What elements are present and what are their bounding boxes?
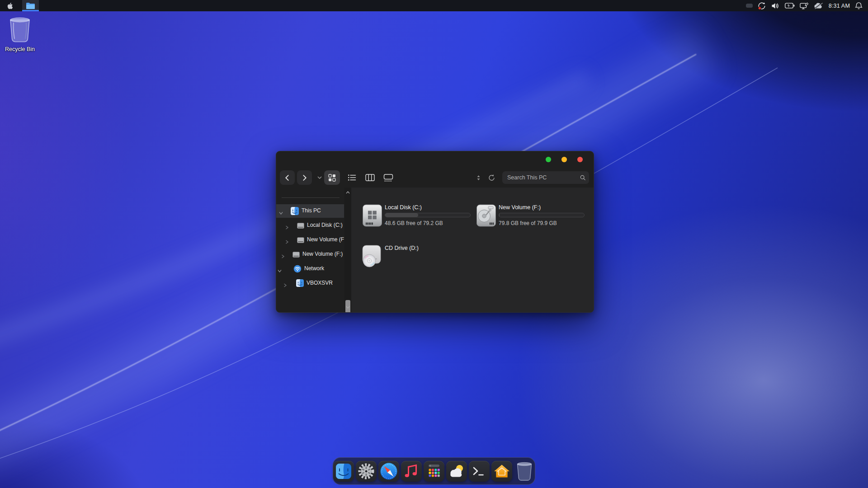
refresh-button[interactable] [485, 170, 498, 185]
menu-bar: 8:31 AM [0, 0, 868, 11]
sidebar-item-local-disk-c[interactable]: Local Disk (C:) [276, 219, 344, 232]
content-view-icon [383, 174, 393, 182]
dock-terminal[interactable] [468, 460, 490, 482]
volume-icon[interactable] [771, 2, 780, 9]
hard-drive-icon [292, 251, 300, 259]
search-box[interactable] [502, 171, 589, 184]
drive-local-disk-c[interactable]: Local Disk (C:) 48.6 GB free of 79.2 GB [362, 204, 475, 231]
dock-launchpad[interactable] [424, 460, 445, 482]
drives-panel: Local Disk (C:) 48.6 GB free of 79.2 GB [351, 188, 594, 312]
sort-arrows-icon [476, 175, 481, 181]
chevron-left-icon [284, 175, 290, 181]
taskbar-active-app-file-explorer[interactable] [22, 0, 39, 11]
hdd-platter-icon [476, 204, 496, 229]
scroll-down-icon[interactable] [344, 304, 351, 310]
dock [333, 457, 535, 485]
sidebar-item-network[interactable]: Network [276, 262, 344, 276]
dock-safari[interactable] [378, 460, 400, 482]
dock-music[interactable] [401, 460, 422, 482]
sidebar-item-vboxsvr[interactable]: VBOXSVR [276, 277, 344, 290]
finder-face-icon [291, 207, 299, 217]
forward-button[interactable] [297, 170, 312, 185]
list-view-button[interactable] [344, 170, 360, 185]
history-dropdown-button[interactable] [315, 170, 324, 185]
settings-gear-icon [356, 461, 377, 482]
sidebar-item-label: VBOXSVR [307, 280, 333, 286]
sidebar-separator [282, 197, 340, 198]
dock-trash[interactable] [514, 460, 535, 482]
dock-finder[interactable] [333, 460, 354, 482]
bell-icon[interactable] [855, 2, 863, 9]
chevron-right-icon [302, 175, 307, 181]
chevron-right-icon[interactable] [285, 223, 289, 231]
music-icon [401, 461, 422, 482]
chevron-right-icon[interactable] [281, 252, 285, 260]
dock-weather[interactable] [446, 460, 467, 482]
scroll-up-icon[interactable] [344, 189, 351, 196]
columns-view-button[interactable] [362, 170, 378, 185]
finder-face-icon [296, 279, 304, 289]
hidden-tray-icon[interactable] [746, 4, 753, 8]
folder-icon [26, 2, 35, 9]
sort-button[interactable] [474, 170, 482, 185]
drive-new-volume-f[interactable]: New Volume (F:) 79.8 GB free of 79.9 GB [476, 204, 589, 231]
file-explorer-window[interactable]: This PC Local Disk (C:) New Volume (F:) [276, 151, 594, 313]
home-icon [491, 461, 512, 482]
finder-icon [333, 461, 354, 482]
sidebar-item-label: New Volume (F:) [302, 251, 343, 257]
recycle-bin-label: Recycle Bin [3, 46, 37, 52]
dock-home[interactable] [491, 460, 512, 482]
hdd-windows-icon [362, 204, 382, 229]
hard-drive-icon [297, 237, 304, 245]
drive-name: Local Disk (C:) [385, 204, 422, 211]
close-button[interactable] [577, 157, 583, 162]
drive-cd-d[interactable]: CD Drive (D:) [362, 245, 475, 272]
safari-icon [378, 461, 399, 482]
recycle-bin[interactable]: Recycle Bin [3, 15, 37, 52]
chevron-down-icon [317, 176, 322, 179]
cd-drive-icon [362, 245, 381, 269]
sync-icon[interactable] [758, 2, 766, 10]
search-input[interactable] [507, 174, 580, 181]
sidebar-item-new-volume-child[interactable]: New Volume (F:) [276, 233, 344, 247]
list-view-icon [348, 174, 356, 181]
launchpad-icon [424, 461, 444, 482]
network-globe-icon [293, 265, 302, 275]
back-button[interactable] [280, 170, 295, 185]
trash-glass-icon [7, 15, 33, 43]
dock-settings[interactable] [356, 460, 377, 482]
screen: 8:31 AM Recycle Bin [0, 0, 868, 488]
sidebar-item-label: Local Disk (C:) [307, 222, 343, 228]
apple-menu-icon[interactable] [6, 2, 13, 10]
capacity-bar [385, 213, 471, 217]
active-app-indicator [22, 10, 39, 11]
weather-icon [446, 461, 467, 482]
sidebar-item-label: This PC [302, 207, 321, 214]
chevron-down-icon[interactable] [278, 267, 282, 275]
grid-view-button[interactable] [324, 170, 340, 185]
display-pen-icon[interactable] [800, 2, 809, 9]
drive-name: New Volume (F:) [499, 204, 541, 211]
chevron-right-icon[interactable] [285, 238, 289, 246]
sidebar-item-new-volume-f[interactable]: New Volume (F:) [276, 248, 344, 261]
drive-capacity-text: 48.6 GB free of 79.2 GB [385, 220, 443, 226]
chevron-down-icon[interactable] [279, 209, 283, 217]
maximize-button[interactable] [561, 157, 567, 162]
drive-capacity-text: 79.8 GB free of 79.9 GB [499, 220, 557, 226]
content-view-button[interactable] [380, 170, 396, 185]
navigation-pane: This PC Local Disk (C:) New Volume (F:) [276, 188, 344, 312]
minimize-button[interactable] [546, 157, 551, 162]
clock[interactable]: 8:31 AM [829, 3, 850, 9]
trash-icon [515, 461, 533, 482]
refresh-icon [488, 174, 495, 182]
drive-name: CD Drive (D:) [385, 245, 419, 251]
sidebar-item-label: New Volume (F:) [307, 236, 344, 243]
chevron-right-icon[interactable] [283, 281, 287, 289]
battery-icon[interactable] [785, 3, 795, 9]
sidebar-scrollbar[interactable] [344, 188, 351, 312]
terminal-icon [469, 461, 490, 482]
sidebar-item-this-pc[interactable]: This PC [276, 204, 344, 218]
cloud-offline-icon[interactable] [814, 2, 824, 9]
sidebar-item-label: Network [304, 265, 324, 272]
search-icon [580, 174, 585, 181]
